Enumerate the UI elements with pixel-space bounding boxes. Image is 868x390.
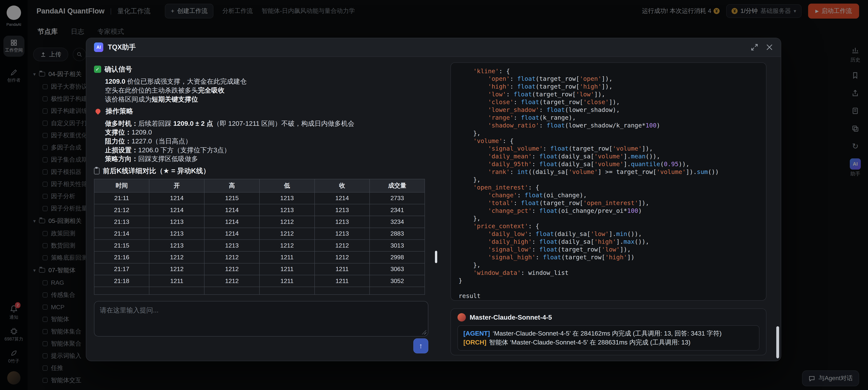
agent-logs: [AGENT]‘Master-Claude-Sonnet-4-5’ 在 2841… — [458, 325, 760, 351]
kline-cell: 3013 — [370, 240, 425, 251]
kline-header-cell: 开 — [149, 179, 204, 192]
chat-column: ✓ 确认信号 1209.0 价位已形成强支撑，大资金在此完成建仓空头在此价位的主… — [94, 62, 437, 355]
kline-cell: 1213 — [204, 240, 259, 251]
chat-text-line: 止损设置：1206.0 下方（支撑位下方3点） — [105, 146, 428, 154]
code-line: 'lower_shadow': float(lower_shadow), — [459, 106, 758, 114]
chat-text-line: 阻力位：1227.0（当日高点） — [105, 137, 428, 145]
kline-cell — [370, 287, 425, 295]
kline-cell: 1212 — [259, 228, 315, 240]
kline-row-partial — [94, 287, 425, 295]
kline-cell: 3063 — [370, 263, 425, 275]
code-line: 'daily_high': float(daily_sa['high'].max… — [459, 238, 758, 246]
kline-cell: 1213 — [259, 204, 315, 216]
kline-cell: 2341 — [370, 204, 425, 216]
kline-cell: 1212 — [204, 251, 259, 263]
pushpin-icon — [95, 108, 101, 115]
result-column: 'kline': { 'open': float(target_row['ope… — [437, 62, 773, 355]
kline-cell: 1214 — [315, 192, 370, 204]
chat-scroll-area[interactable]: ✓ 确认信号 1209.0 价位已形成强支撑，大资金在此完成建仓空头在此价位的主… — [94, 62, 428, 296]
code-line: result — [459, 292, 758, 300]
kline-cell: 2883 — [370, 228, 425, 240]
code-line: 'kline': { — [459, 67, 758, 75]
kline-cell: 1212 — [259, 216, 315, 228]
kline-cell: 3052 — [370, 275, 425, 287]
kline-cell — [149, 287, 204, 295]
kline-header-row: 时间开高低收成交量 — [94, 179, 425, 192]
code-line: 'volume': { — [459, 137, 758, 145]
modal-body: ✓ 确认信号 1209.0 价位已形成强支撑，大资金在此完成建仓空头在此价位的主… — [86, 57, 781, 361]
kline-header-cell: 收 — [315, 179, 370, 192]
kline-cell: 1213 — [315, 216, 370, 228]
code-line: 'change': float(oi_change), — [459, 191, 758, 199]
agent-name: Master-Claude-Sonnet-4-5 — [470, 313, 552, 321]
code-line: 'close': float(target_row['close']), — [459, 98, 758, 106]
kline-cell: 2998 — [370, 251, 425, 263]
code-block[interactable]: 'kline': { 'open': float(target_row['ope… — [451, 62, 767, 301]
app-root: PandaAI 工作空间 创作者 2 — [0, 0, 868, 390]
signal-lines: 1209.0 价位已形成强支撑，大资金在此完成建仓空头在此价位的主动杀跌被多头完… — [105, 77, 428, 103]
kline-cell: 1211 — [315, 275, 370, 287]
code-line: 'high': float(target_row['high']), — [459, 83, 758, 90]
kline-cell: 1212 — [149, 263, 204, 275]
kline-header-cell: 高 — [204, 179, 259, 192]
kline-cell: 1213 — [149, 216, 204, 228]
code-line: 'change_pct': float(oi_change/prev_oi*10… — [459, 207, 758, 215]
modal-scrollbar-thumb[interactable] — [776, 326, 779, 358]
code-line: 'low': float(target_row['low']), — [459, 90, 758, 98]
kline-cell: 21:14 — [94, 228, 149, 240]
kline-cell: 1215 — [204, 192, 259, 204]
kline-cell: 1212 — [315, 251, 370, 263]
kline-cell: 1214 — [204, 228, 259, 240]
code-line: 'window_data': window_list — [459, 269, 758, 277]
kline-row: 21:1212141214121312132341 — [94, 204, 425, 216]
kline-row: 21:1412131214121212132883 — [94, 228, 425, 240]
kline-cell — [94, 287, 149, 295]
kline-cell — [259, 287, 315, 295]
kline-cell: 21:15 — [94, 240, 149, 251]
code-line: 'open': float(target_row['open']), — [459, 75, 758, 83]
arrow-up-icon: ↑ — [419, 342, 423, 350]
clipboard-icon — [94, 168, 99, 174]
kline-row: 21:1812111212121112113052 — [94, 275, 425, 287]
kline-cell: 1211 — [315, 263, 370, 275]
agent-log-line: [ORCH]智能体 ‘Master-Claude-Sonnet-4-5’ 在 2… — [463, 338, 753, 347]
chat-scrollbar-thumb[interactable] — [435, 251, 437, 263]
kline-header-cell: 时间 — [94, 179, 149, 192]
kline-row: 21:1612121212121112122998 — [94, 251, 425, 263]
chat-text-line: 做多时机：后续若回踩 1209.0 ± 2 点（即 1207-1211 区间）不… — [105, 119, 428, 128]
chat-text-line: 空头在此价位的主动杀跌被多头完全吸收 — [105, 86, 428, 94]
chat-text-line: 1209.0 价位已形成强支撑，大资金在此完成建仓 — [105, 77, 428, 86]
code-line: 'open_interest': { — [459, 184, 758, 191]
strategy-lines: 做多时机：后续若回踩 1209.0 ± 2 点（即 1207-1211 区间）不… — [105, 119, 428, 163]
agent-result-card: Master-Claude-Sonnet-4-5 [AGENT]‘Master-… — [451, 308, 767, 355]
code-line: 'signal_low': float(target_row['low']), — [459, 246, 758, 253]
code-line: } — [459, 277, 758, 284]
chat-text-line: 该价格区间成为短期关键支撑位 — [105, 95, 428, 103]
kline-cell: 1211 — [259, 263, 315, 275]
agent-log-line: [AGENT]‘Master-Claude-Sonnet-4-5’ 在 2841… — [463, 329, 753, 338]
chat-input-box — [94, 301, 428, 336]
code-line: 'signal_high': float(target_row['high']) — [459, 253, 758, 261]
kline-cell — [204, 287, 259, 295]
kline-table: 时间开高低收成交量 21:111214121512131214273321:12… — [94, 179, 425, 295]
expand-icon[interactable] — [751, 44, 758, 51]
modal-header: AI TQX助手 — [86, 38, 781, 57]
kline-cell: 1214 — [204, 216, 259, 228]
code-line: 'daily_low': float(daily_sa['low'].min()… — [459, 230, 758, 238]
agent-avatar — [458, 313, 466, 322]
signal-heading: ✓ 确认信号 — [94, 65, 428, 74]
kline-cell: 1214 — [149, 204, 204, 216]
kline-cell: 1214 — [149, 192, 204, 204]
kline-cell: 1211 — [259, 275, 315, 287]
code-line: 'price_context': { — [459, 222, 758, 230]
kline-header-cell: 低 — [259, 179, 315, 192]
close-icon[interactable] — [766, 44, 773, 51]
kline-cell: 1213 — [315, 228, 370, 240]
code-line: }, — [459, 129, 758, 137]
code-line: }, — [459, 261, 758, 269]
kline-cell: 21:13 — [94, 216, 149, 228]
send-button[interactable]: ↑ — [413, 338, 428, 353]
kline-cell: 1212 — [259, 240, 315, 251]
question-input[interactable] — [94, 301, 428, 336]
kline-cell: 21:17 — [94, 263, 149, 275]
